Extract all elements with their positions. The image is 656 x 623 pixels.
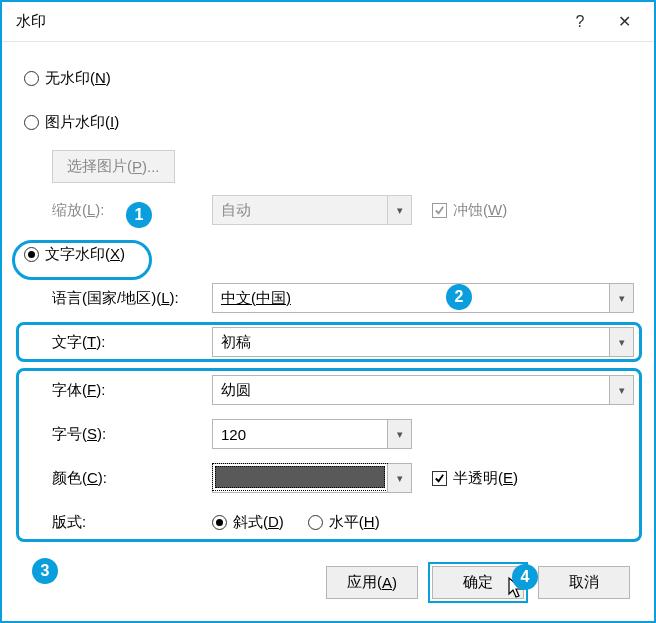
titlebar: 水印 ? ✕	[2, 2, 654, 42]
dialog-title: 水印	[16, 12, 558, 31]
chevron-down-icon: ▾	[387, 196, 411, 224]
select-picture-button: 选择图片(P)...	[52, 150, 175, 183]
size-select[interactable]: 120 ▾	[212, 419, 412, 449]
font-select[interactable]: 幼圆 ▾	[212, 375, 634, 405]
text-label: 文字(T):	[52, 333, 212, 352]
color-label: 颜色(C):	[52, 469, 212, 488]
color-swatch	[215, 466, 385, 488]
chevron-down-icon[interactable]: ▾	[387, 464, 411, 492]
washout-checkbox: 冲蚀(W)	[432, 201, 507, 220]
text-watermark-radio[interactable]: 文字水印(X)	[24, 245, 125, 264]
scale-select: 自动 ▾	[212, 195, 412, 225]
layout-horizontal-radio[interactable]: 水平(H)	[308, 513, 380, 532]
layout-label: 版式:	[52, 513, 212, 532]
font-label: 字体(F):	[52, 381, 212, 400]
text-select[interactable]: 初稿 ▾	[212, 327, 634, 357]
semitransparent-checkbox[interactable]: 半透明(E)	[432, 469, 518, 488]
language-label: 语言(国家/地区)(L):	[52, 289, 212, 308]
color-select[interactable]: ▾	[212, 463, 412, 493]
apply-button[interactable]: 应用(A)	[326, 566, 418, 599]
close-button[interactable]: ✕	[602, 6, 646, 38]
picture-watermark-radio[interactable]: 图片水印(I)	[24, 113, 119, 132]
chevron-down-icon[interactable]: ▾	[609, 328, 633, 356]
scale-label: 缩放(L):	[52, 201, 212, 220]
help-button[interactable]: ?	[558, 6, 602, 38]
ok-button[interactable]: 确定	[432, 566, 524, 599]
language-select[interactable]: 中文(中国) ▾	[212, 283, 634, 313]
no-watermark-radio[interactable]: 无水印(N)	[24, 69, 111, 88]
watermark-dialog: 水印 ? ✕ 无水印(N) 图片水印(I) 选择图片(P)... 缩放(L	[0, 0, 656, 623]
layout-diagonal-radio[interactable]: 斜式(D)	[212, 513, 284, 532]
cancel-button[interactable]: 取消	[538, 566, 630, 599]
chevron-down-icon[interactable]: ▾	[609, 376, 633, 404]
chevron-down-icon[interactable]: ▾	[387, 420, 411, 448]
chevron-down-icon[interactable]: ▾	[609, 284, 633, 312]
dialog-footer: 应用(A) 确定 取消	[326, 566, 630, 599]
size-label: 字号(S):	[52, 425, 212, 444]
cursor-icon	[507, 576, 527, 600]
